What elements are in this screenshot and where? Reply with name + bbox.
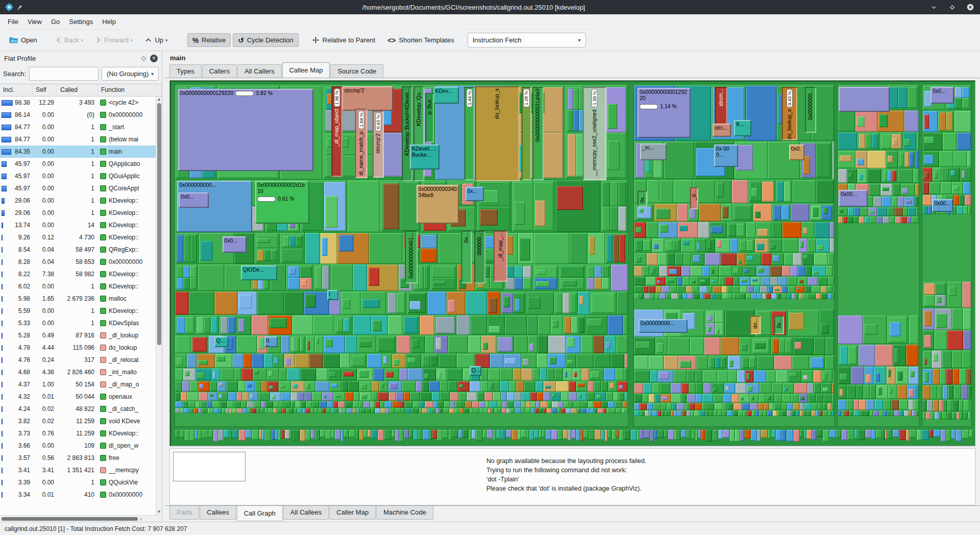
search-input[interactable] (29, 67, 99, 81)
minimize-button[interactable] (929, 3, 938, 12)
treemap-block[interactable]: 0x00000000001292203.82 % (178, 89, 313, 171)
treemap-block[interactable]: in... (327, 290, 338, 300)
menu-item-go[interactable]: Go (46, 15, 64, 28)
treemap-block[interactable] (839, 87, 889, 112)
treemap-block[interactable]: 0x... (774, 316, 784, 334)
forward-button[interactable]: Forward▾ (90, 33, 138, 47)
treemap-block[interactable]: p::Buc... (425, 93, 434, 142)
tab-callers[interactable]: Callers (202, 64, 237, 78)
tab-call-graph[interactable]: Call Graph (237, 506, 283, 521)
treemap-block[interactable]: _d... (690, 187, 698, 209)
treemap-block[interactable]: 0x000000000461... (405, 231, 418, 283)
menu-item-file[interactable]: File (3, 15, 23, 28)
table-row[interactable]: 84.770.001(below mai (0, 133, 156, 145)
table-row[interactable]: 86.140.00(0)0x00000000 (0, 109, 156, 121)
table-row[interactable]: 3.413.411 351 421__memcpy (0, 464, 156, 476)
scroll-up-icon[interactable]: ▲ (157, 97, 161, 102)
tab-source-code[interactable]: Source Code (330, 64, 383, 78)
table-row[interactable]: 5.981.652 679 236malloc (0, 293, 156, 305)
tab-all-callers[interactable]: All Callers (237, 64, 282, 78)
table-row[interactable]: 4.760.24317_dl_relocat (0, 354, 156, 366)
treemap-block[interactable]: 0x... (264, 336, 278, 347)
table-row[interactable]: 3.390.001QQuickVie (0, 476, 156, 489)
float-dock-icon[interactable]: ◇ (141, 55, 146, 62)
treemap-block[interactable]: 0x 000... (714, 144, 738, 167)
table-row[interactable]: 98.3812.293 493<cycle 42> (0, 96, 156, 109)
horizontal-scroll-handle[interactable] (2, 517, 138, 521)
table-row[interactable]: 3.660.00109dl_open_w (0, 440, 156, 452)
column-header-incl[interactable]: Incl. (0, 84, 33, 96)
relative-toggle[interactable]: % Relative (187, 33, 231, 47)
treemap-block[interactable]: 0x... (638, 191, 647, 207)
maximize-button[interactable] (947, 3, 957, 12)
table-row[interactable]: 3.340.014100x00000000 (0, 489, 156, 501)
treemap-block[interactable]: 0x0... (179, 192, 208, 208)
event-type-select[interactable]: Instruction Fetch ▾ (468, 33, 586, 47)
table-row[interactable]: 4.320.0150 044openaux (0, 391, 156, 403)
grouping-select[interactable]: (No Grouping) ▾ (102, 67, 159, 81)
menu-item-settings[interactable]: Settings (64, 15, 97, 28)
table-row[interactable]: 84.770.001_start (0, 121, 156, 133)
back-button[interactable]: Back▾ (51, 33, 88, 47)
treemap-block[interactable]: do_lookup_x0.43 % (782, 87, 797, 140)
scroll-right-icon[interactable]: › (140, 516, 141, 522)
tab-callee-map[interactable]: Callee Map (282, 62, 330, 78)
treemap-block[interactable]: strcmp'20.43 % (373, 111, 384, 178)
column-header-self[interactable]: Self (33, 84, 57, 96)
vertical-scrollbar[interactable]: ▲ ▼ (156, 96, 162, 515)
column-header-function[interactable]: Function (98, 84, 162, 96)
scroll-down-icon[interactable]: ▼ (157, 509, 161, 515)
treemap-block[interactable]: 1.28 % (522, 87, 531, 180)
column-header-called[interactable]: Called (57, 84, 98, 96)
table-row[interactable]: 13.740.0014KDevelop:: (0, 219, 156, 231)
table-row[interactable]: 8.540.0458 497QRegExp:: (0, 244, 156, 256)
table-row[interactable]: 29.060.001KDevelop:: (0, 207, 156, 219)
table-row[interactable]: 29.060.001KDevelop:: (0, 194, 156, 207)
table-row[interactable]: 8.280.0458 6530x00000000 (0, 256, 156, 268)
table-row[interactable]: 84.350.001main (0, 145, 156, 158)
treemap-block[interactable]: dl_name_match_p1.04 % (355, 109, 368, 178)
treemap-block[interactable]: _dl_map_object1.96 % (332, 86, 342, 177)
treemap-block[interactable]: K... (734, 120, 751, 136)
relative-to-parent-toggle[interactable]: Relative to Parent (307, 33, 380, 47)
up-button[interactable]: Up▾ (140, 33, 173, 47)
treemap-block[interactable]: 0x0. (789, 144, 804, 160)
treemap-block[interactable]: QIODe... (241, 265, 277, 280)
treemap-block[interactable]: 0x0000000034034be8 (416, 185, 459, 223)
treemap-block[interactable]: 0x00... (932, 199, 953, 212)
treemap-block[interactable]: KDev... (433, 87, 459, 104)
table-row[interactable]: 6.020.001KDevelop:: (0, 280, 156, 293)
treemap-block[interactable]: 0x... (461, 231, 472, 283)
tab-all-callees[interactable]: All Callees (283, 506, 329, 520)
table-row[interactable]: 45.970.001QApplicatio (0, 158, 156, 170)
tab-types[interactable]: Types (169, 64, 202, 78)
table-row[interactable]: 3.570.562 863 813free (0, 452, 156, 464)
table-row[interactable]: 4.371.0050 154_dl_map_o (0, 378, 156, 391)
table-row[interactable]: 4.784.44115 096do_lookup (0, 342, 156, 354)
cycle-detection-toggle[interactable]: ↺ Cycle Detection (233, 33, 299, 47)
treemap-block[interactable]: 0x00... (839, 190, 868, 207)
treemap-block[interactable]: 0x000000000031d4e0 (532, 87, 544, 180)
close-button[interactable] (966, 3, 975, 12)
table-row[interactable]: 5.280.4987 916_dl_lookup (0, 329, 156, 342)
vertical-scroll-handle[interactable] (157, 103, 161, 345)
table-row[interactable]: 8.227.3858 982KDevelop:: (0, 268, 156, 280)
treemap-block[interactable]: Q... (470, 366, 482, 376)
treemap-block[interactable]: 0x00000000001292201.14 % (638, 88, 691, 137)
treemap-block[interactable]: do_lookup_x (475, 86, 520, 181)
tab-callees[interactable]: Callees (200, 506, 236, 520)
treemap-block[interactable]: 0x... (465, 187, 484, 201)
table-row[interactable]: 4.240.0248 822_dl_catch_ (0, 403, 156, 415)
table-row[interactable]: 45.970.001QCoreAppl (0, 182, 156, 194)
treemap-block[interactable]: 0x00000000002d1b100.61 % (255, 181, 309, 224)
graph-overview[interactable] (173, 452, 246, 481)
tab-caller-map[interactable]: Caller Map (329, 506, 376, 520)
tab-machine-code[interactable]: Machine Code (376, 506, 433, 520)
table-row[interactable]: 5.590.001KDevelop:: (0, 305, 156, 317)
treemap-block[interactable]: 0x0... (930, 87, 954, 104)
treemap-block[interactable]: 1.44 % (464, 87, 475, 180)
treemap-block[interactable]: 000000... (474, 231, 485, 283)
open-button[interactable]: Open (4, 33, 42, 47)
table-row[interactable]: 45.970.001QGuiApplic (0, 170, 156, 182)
table-row[interactable]: 3.820.0211 259void KDeve (0, 415, 156, 427)
